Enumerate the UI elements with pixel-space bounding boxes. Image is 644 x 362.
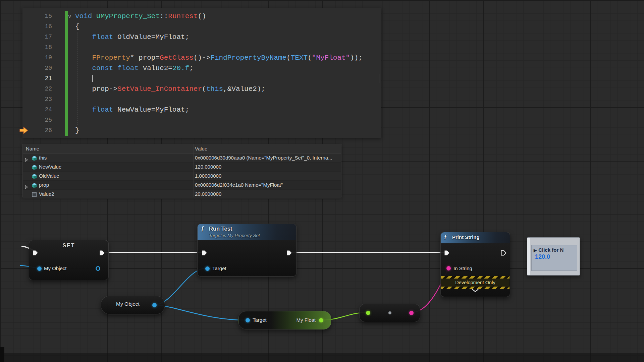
run-test-header: ƒ Run Test Target is My Property Set	[198, 224, 296, 240]
watch-column-divider[interactable]	[194, 144, 194, 197]
code-line-17[interactable]: 17 float OldValue=MyFloat;	[22, 32, 381, 42]
code-text[interactable]: {	[75, 21, 79, 32]
run-test-node[interactable]: ƒ Run Test Target is My Property Set Tar…	[197, 224, 297, 277]
my-object-getter-node[interactable]: My Object	[101, 296, 165, 314]
debug-popup-label: Click for N	[538, 247, 564, 253]
code-text[interactable]: float NewValue=MyFloat;	[75, 105, 189, 115]
line-number[interactable]: 15	[22, 11, 52, 21]
run-test-target-pin[interactable]	[205, 266, 210, 271]
print-string-title: Print String	[452, 234, 480, 240]
struct-variable-icon	[32, 191, 37, 200]
popup-body: ▶Click for N 120.0	[531, 245, 577, 271]
to-string-conversion-node[interactable]	[359, 304, 420, 322]
watch-variable-value[interactable]: 120.000000	[195, 163, 340, 171]
code-line-21[interactable]: 21	[22, 73, 381, 84]
conversion-input-pin[interactable]	[366, 311, 370, 315]
text-caret	[92, 75, 93, 82]
watch-variable-value[interactable]: 0x000006d2f034e1a0 Name="MyFloat"	[195, 181, 340, 189]
line-number[interactable]: 17	[22, 32, 52, 42]
set-my-object-input-pin[interactable]	[37, 266, 42, 271]
line-number[interactable]: 23	[22, 94, 52, 105]
watch-variable-name: prop	[39, 181, 49, 189]
watch-column-name: Name	[26, 144, 39, 153]
set-exec-out-pin[interactable]	[99, 250, 105, 256]
watch-variable-value[interactable]: 0x000006d30d90aaa0 (Name="MyProperty_Set…	[195, 154, 340, 162]
set-my-object-label: My Object	[44, 265, 67, 272]
watch-window[interactable]: Name Value this0x000006d30d90aaa0 (Name=…	[22, 144, 341, 197]
bottom-strip	[0, 353, 644, 362]
debug-value-popup[interactable]: ▶Click for N 120.0	[527, 237, 580, 276]
run-test-title: Run Test	[209, 226, 232, 232]
function-icon: ƒ	[444, 234, 447, 240]
line-number[interactable]: 22	[22, 84, 52, 94]
print-string-exec-out-pin[interactable]	[501, 250, 506, 256]
line-number[interactable]: 18	[22, 42, 52, 53]
debug-popup-value: 120.0	[532, 253, 577, 260]
code-line-24[interactable]: 24 float NewValue=MyFloat;	[22, 105, 381, 115]
code-text[interactable]: float OldValue=MyFloat;	[75, 32, 189, 42]
code-line-22[interactable]: 22 prop->SetValue_InContainer(this,&Valu…	[22, 84, 381, 94]
code-line-16[interactable]: 16{	[22, 21, 381, 32]
development-only-label: Development Only	[441, 279, 509, 287]
watch-row-Value2[interactable]: Value220.0000000	[23, 190, 341, 199]
watch-variable-name: this	[39, 154, 47, 162]
my-object-output-pin[interactable]	[152, 303, 157, 307]
code-line-26[interactable]: 26}	[22, 125, 381, 136]
expand-chevron-icon[interactable]	[472, 289, 479, 292]
execution-pointer-icon	[19, 126, 29, 134]
set-exec-in-pin[interactable]	[33, 250, 38, 256]
code-text[interactable]: void UMyProperty_Set::RunTest()	[75, 11, 206, 21]
line-number[interactable]: 19	[22, 53, 52, 63]
my-float-output-pin[interactable]	[319, 318, 323, 322]
print-string-exec-in-pin[interactable]	[444, 250, 450, 256]
conversion-output-pin[interactable]	[409, 311, 414, 315]
line-number[interactable]: 16	[22, 21, 52, 32]
code-fold-chevron-icon[interactable]: >	[64, 14, 74, 18]
run-test-target-label: Target	[212, 265, 226, 272]
watch-row-OldValue[interactable]: OldValue1.00000000	[23, 172, 341, 181]
print-string-node[interactable]: ƒ Print String In String Development Onl…	[440, 232, 510, 297]
watch-row-this[interactable]: this0x000006d30d90aaa0 (Name="MyProperty…	[23, 154, 341, 163]
print-string-in-string-label: In String	[453, 265, 472, 272]
code-line-15[interactable]: 15>void UMyProperty_Set::RunTest()	[22, 11, 381, 21]
code-line-19[interactable]: 19 FProperty* prop=GetClass()->FindPrope…	[22, 53, 381, 63]
code-line-20[interactable]: 20 const float Value2=20.f;	[22, 63, 381, 73]
my-float-output-label: My Float	[296, 316, 316, 324]
development-only-banner: Development Only	[441, 276, 509, 289]
blueprint-graph-canvas[interactable]: SET My Object ƒ Run Test Target is My Pr…	[0, 0, 644, 362]
line-number[interactable]: 21	[22, 73, 52, 84]
watch-variable-name: NewValue	[39, 163, 61, 171]
code-text[interactable]: const float Value2=20.f;	[75, 63, 194, 73]
watch-variable-value[interactable]: 1.00000000	[195, 172, 340, 180]
my-object-label: My Object	[106, 301, 150, 307]
code-line-23[interactable]: 23	[22, 94, 381, 105]
code-text[interactable]: FProperty* prop=GetClass()->FindProperty…	[75, 53, 363, 63]
run-test-exec-out-pin[interactable]	[286, 250, 292, 256]
code-text[interactable]	[75, 73, 93, 84]
watch-variable-value[interactable]: 20.0000000	[195, 190, 340, 198]
print-string-header: ƒ Print String	[441, 232, 510, 243]
code-editor-panel[interactable]: 15>void UMyProperty_Set::RunTest()16{17 …	[22, 8, 381, 138]
code-line-25[interactable]: 25	[22, 115, 381, 125]
my-float-target-pin[interactable]	[246, 318, 250, 322]
line-number[interactable]: 25	[22, 115, 52, 125]
hazard-stripe	[441, 276, 509, 279]
code-line-18[interactable]: 18	[22, 42, 381, 53]
run-test-exec-in-pin[interactable]	[202, 250, 207, 256]
watch-variable-name: Value2	[39, 190, 54, 198]
corner-block	[0, 347, 4, 362]
watch-row-NewValue[interactable]: NewValue120.000000	[23, 163, 341, 172]
line-number[interactable]: 20	[22, 63, 52, 73]
my-float-target-label: Target	[253, 316, 267, 324]
watch-row-prop[interactable]: prop0x000006d2f034e1a0 Name="MyFloat"	[23, 181, 341, 190]
change-bar	[65, 11, 68, 136]
line-number[interactable]: 24	[22, 105, 52, 115]
code-text[interactable]: prop->SetValue_InContainer(this,&Value2)…	[75, 84, 265, 94]
code-text[interactable]: }	[75, 125, 79, 136]
set-node[interactable]: SET My Object	[29, 240, 109, 280]
print-string-in-string-pin[interactable]	[446, 266, 451, 270]
watch-column-value: Value	[195, 144, 207, 153]
set-output-pin[interactable]	[96, 266, 100, 271]
function-icon: ƒ	[201, 225, 204, 232]
get-my-float-node[interactable]: Target My Float	[238, 311, 331, 329]
